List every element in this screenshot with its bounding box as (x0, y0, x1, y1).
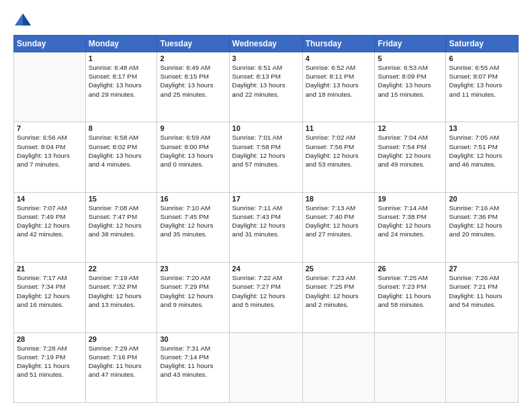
svg-marker-1 (23, 13, 31, 26)
day-number: 12 (378, 124, 443, 132)
day-number: 27 (449, 265, 515, 273)
calendar-cell: 20Sunrise: 7:16 AMSunset: 7:36 PMDayligh… (446, 192, 519, 262)
day-info: Sunrise: 7:17 AMSunset: 7:34 PMDaylight:… (17, 273, 83, 309)
day-number: 5 (378, 54, 443, 62)
day-number: 11 (306, 124, 372, 132)
calendar-cell: 29Sunrise: 7:29 AMSunset: 7:16 PMDayligh… (85, 332, 157, 402)
day-info: Sunrise: 7:01 AMSunset: 7:58 PMDaylight:… (232, 133, 300, 169)
day-info: Sunrise: 7:23 AMSunset: 7:25 PMDaylight:… (306, 273, 372, 309)
day-info: Sunrise: 6:52 AMSunset: 8:11 PMDaylight:… (306, 63, 372, 99)
calendar-cell: 17Sunrise: 7:11 AMSunset: 7:43 PMDayligh… (229, 192, 302, 262)
logo-icon (13, 11, 32, 30)
calendar-cell (446, 332, 519, 402)
day-info: Sunrise: 6:49 AMSunset: 8:15 PMDaylight:… (160, 63, 226, 99)
calendar-cell: 15Sunrise: 7:08 AMSunset: 7:47 PMDayligh… (85, 192, 157, 262)
day-number: 29 (89, 335, 154, 343)
calendar-row: 7Sunrise: 6:56 AMSunset: 8:04 PMDaylight… (14, 122, 519, 192)
header-row: SundayMondayTuesdayWednesdayThursdayFrid… (14, 36, 519, 52)
day-of-week-header: Monday (85, 36, 157, 52)
day-info: Sunrise: 6:58 AMSunset: 8:02 PMDaylight:… (89, 133, 154, 169)
day-number: 22 (89, 265, 154, 273)
day-info: Sunrise: 7:02 AMSunset: 7:56 PMDaylight:… (306, 133, 372, 169)
header (13, 11, 519, 30)
calendar-cell: 22Sunrise: 7:19 AMSunset: 7:32 PMDayligh… (85, 263, 157, 332)
day-number: 28 (17, 335, 83, 343)
day-info: Sunrise: 7:08 AMSunset: 7:47 PMDaylight:… (89, 203, 154, 239)
day-info: Sunrise: 6:55 AMSunset: 8:07 PMDaylight:… (449, 63, 515, 99)
day-number: 9 (160, 124, 226, 132)
day-of-week-header: Thursday (302, 36, 375, 52)
day-of-week-header: Friday (375, 36, 446, 52)
calendar-row: 21Sunrise: 7:17 AMSunset: 7:34 PMDayligh… (14, 263, 519, 332)
calendar-cell: 3Sunrise: 6:51 AMSunset: 8:13 PMDaylight… (229, 52, 302, 122)
day-info: Sunrise: 6:51 AMSunset: 8:13 PMDaylight:… (232, 63, 300, 99)
calendar-cell: 14Sunrise: 7:07 AMSunset: 7:49 PMDayligh… (14, 192, 86, 262)
day-of-week-header: Sunday (14, 36, 86, 52)
calendar-row: 1Sunrise: 6:48 AMSunset: 8:17 PMDaylight… (14, 52, 519, 122)
calendar-row: 28Sunrise: 7:28 AMSunset: 7:19 PMDayligh… (14, 332, 519, 402)
calendar-cell: 19Sunrise: 7:14 AMSunset: 7:38 PMDayligh… (375, 192, 446, 262)
day-info: Sunrise: 7:25 AMSunset: 7:23 PMDaylight:… (378, 273, 443, 309)
day-number: 15 (89, 195, 154, 203)
calendar-body: 1Sunrise: 6:48 AMSunset: 8:17 PMDaylight… (14, 52, 519, 403)
day-info: Sunrise: 7:16 AMSunset: 7:36 PMDaylight:… (449, 203, 515, 239)
calendar-cell: 1Sunrise: 6:48 AMSunset: 8:17 PMDaylight… (85, 52, 157, 122)
day-info: Sunrise: 6:53 AMSunset: 8:09 PMDaylight:… (378, 63, 443, 99)
calendar-cell: 27Sunrise: 7:26 AMSunset: 7:21 PMDayligh… (446, 263, 519, 332)
day-number: 16 (160, 195, 226, 203)
day-number: 14 (17, 195, 83, 203)
day-of-week-header: Saturday (446, 36, 519, 52)
calendar-cell: 11Sunrise: 7:02 AMSunset: 7:56 PMDayligh… (302, 122, 375, 192)
day-number: 21 (17, 265, 83, 273)
day-number: 13 (449, 124, 515, 132)
day-number: 26 (378, 265, 443, 273)
day-info: Sunrise: 7:26 AMSunset: 7:21 PMDaylight:… (449, 273, 515, 309)
calendar-cell: 18Sunrise: 7:13 AMSunset: 7:40 PMDayligh… (302, 192, 375, 262)
calendar-cell: 12Sunrise: 7:04 AMSunset: 7:54 PMDayligh… (375, 122, 446, 192)
day-info: Sunrise: 6:48 AMSunset: 8:17 PMDaylight:… (89, 63, 154, 99)
day-info: Sunrise: 7:29 AMSunset: 7:16 PMDaylight:… (89, 344, 154, 379)
calendar-cell: 7Sunrise: 6:56 AMSunset: 8:04 PMDaylight… (14, 122, 86, 192)
day-info: Sunrise: 7:05 AMSunset: 7:51 PMDaylight:… (449, 133, 515, 169)
day-info: Sunrise: 7:28 AMSunset: 7:19 PMDaylight:… (17, 344, 83, 379)
day-info: Sunrise: 7:13 AMSunset: 7:40 PMDaylight:… (306, 203, 372, 239)
day-number: 6 (449, 54, 515, 62)
day-info: Sunrise: 7:31 AMSunset: 7:14 PMDaylight:… (160, 344, 226, 379)
calendar-cell (229, 332, 302, 402)
day-info: Sunrise: 7:22 AMSunset: 7:27 PMDaylight:… (232, 273, 300, 309)
day-number: 25 (306, 265, 372, 273)
day-number: 3 (232, 54, 300, 62)
calendar-row: 14Sunrise: 7:07 AMSunset: 7:49 PMDayligh… (14, 192, 519, 262)
day-info: Sunrise: 7:04 AMSunset: 7:54 PMDaylight:… (378, 133, 443, 169)
calendar-cell: 2Sunrise: 6:49 AMSunset: 8:15 PMDaylight… (157, 52, 229, 122)
calendar-cell: 8Sunrise: 6:58 AMSunset: 8:02 PMDaylight… (85, 122, 157, 192)
calendar-cell: 25Sunrise: 7:23 AMSunset: 7:25 PMDayligh… (302, 263, 375, 332)
calendar-cell: 26Sunrise: 7:25 AMSunset: 7:23 PMDayligh… (375, 263, 446, 332)
day-of-week-header: Wednesday (229, 36, 302, 52)
calendar-cell: 30Sunrise: 7:31 AMSunset: 7:14 PMDayligh… (157, 332, 229, 402)
calendar-table: SundayMondayTuesdayWednesdayThursdayFrid… (13, 35, 519, 403)
day-number: 19 (378, 195, 443, 203)
calendar-cell: 13Sunrise: 7:05 AMSunset: 7:51 PMDayligh… (446, 122, 519, 192)
day-info: Sunrise: 6:59 AMSunset: 8:00 PMDaylight:… (160, 133, 226, 169)
calendar-cell (302, 332, 375, 402)
page: SundayMondayTuesdayWednesdayThursdayFrid… (0, 0, 532, 411)
day-number: 1 (89, 54, 154, 62)
calendar-cell: 6Sunrise: 6:55 AMSunset: 8:07 PMDaylight… (446, 52, 519, 122)
day-number: 4 (306, 54, 372, 62)
day-number: 17 (232, 195, 300, 203)
calendar-cell: 23Sunrise: 7:20 AMSunset: 7:29 PMDayligh… (157, 263, 229, 332)
calendar-cell: 24Sunrise: 7:22 AMSunset: 7:27 PMDayligh… (229, 263, 302, 332)
day-number: 7 (17, 124, 83, 132)
calendar-cell: 21Sunrise: 7:17 AMSunset: 7:34 PMDayligh… (14, 263, 86, 332)
day-info: Sunrise: 7:20 AMSunset: 7:29 PMDaylight:… (160, 273, 226, 309)
calendar-cell: 28Sunrise: 7:28 AMSunset: 7:19 PMDayligh… (14, 332, 86, 402)
day-number: 18 (306, 195, 372, 203)
calendar-cell: 16Sunrise: 7:10 AMSunset: 7:45 PMDayligh… (157, 192, 229, 262)
day-info: Sunrise: 7:07 AMSunset: 7:49 PMDaylight:… (17, 203, 83, 239)
day-info: Sunrise: 7:10 AMSunset: 7:45 PMDaylight:… (160, 203, 226, 239)
day-info: Sunrise: 6:56 AMSunset: 8:04 PMDaylight:… (17, 133, 83, 169)
calendar-cell: 5Sunrise: 6:53 AMSunset: 8:09 PMDaylight… (375, 52, 446, 122)
day-number: 23 (160, 265, 226, 273)
day-number: 20 (449, 195, 515, 203)
